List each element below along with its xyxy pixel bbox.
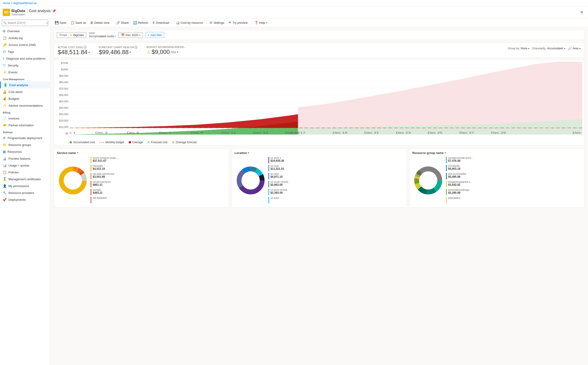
- sidebar-item-label: Resource providers: [8, 191, 34, 195]
- forecast-cost-value[interactable]: $99,486.88 ▾: [99, 49, 137, 56]
- events-icon: ⚡: [3, 70, 7, 74]
- legend-value: $3,541.99: [93, 175, 114, 178]
- resource-providers-icon: 🔧: [3, 191, 7, 195]
- share-button[interactable]: 🔗 Share: [114, 20, 131, 26]
- donut-card-title-service[interactable]: Service name ▾: [57, 151, 226, 155]
- save-button[interactable]: 💾 Save: [53, 20, 68, 26]
- usage-icon: 📊: [3, 163, 7, 167]
- budget-line-indicator: [100, 142, 104, 142]
- y-axis: $110K $100K $90,000 $80,000 $70,000 $60,…: [56, 62, 70, 139]
- sidebar-scroll: ⊞ Overview 📋 Activity log 🔑 Access contr…: [0, 28, 50, 365]
- svg-text:Dec 25: Dec 25: [428, 132, 442, 134]
- sidebar-item-label: Security: [8, 64, 19, 67]
- sidebar-item-deployments[interactable]: 🚀 Deployments: [0, 196, 50, 203]
- add-filter-label: Add filter: [150, 33, 162, 37]
- chart-type-control[interactable]: 📈 Area ▾: [568, 47, 581, 50]
- sidebar-item-resource-groups[interactable]: 📁 Resource groups: [0, 141, 50, 148]
- title-divider: |: [27, 9, 27, 13]
- forecast-cost-label: FORECAST: CHART VIEW ON ℹ: [99, 46, 137, 49]
- sidebar-item-invoices[interactable]: 📄 Invoices: [0, 115, 50, 122]
- sidebar-item-tags[interactable]: 🏷 Tags: [0, 48, 50, 55]
- sidebar-item-events[interactable]: ⚡ Events: [0, 69, 50, 76]
- cost-by-resource-button[interactable]: 📊 Cost by resource: [174, 20, 205, 26]
- info-icon[interactable]: ℹ: [83, 46, 87, 49]
- date-selector[interactable]: 📅 Dec 2020 ▾: [118, 32, 143, 38]
- sidebar-item-overview[interactable]: ⊞ Overview: [0, 28, 50, 35]
- tags-icon: 🏷: [3, 50, 6, 53]
- main-layout: 🔍 « ⊞ Overview 📋 Activity log 🔑 Access c…: [0, 18, 588, 365]
- sidebar-item-partner-info[interactable]: 🤝 Partner information: [0, 122, 50, 129]
- help-button[interactable]: ❓ Help ▾: [253, 20, 269, 26]
- budget-cost-label: BUDGET: AZUREDATAUXDESIG...: [147, 46, 186, 49]
- y-label: $10,000: [56, 126, 70, 128]
- sidebar-item-activity-log[interactable]: 📋 Activity log: [0, 35, 50, 41]
- sidebar-item-cost-analysis[interactable]: 💲 Cost analysis: [0, 82, 50, 88]
- sidebar-item-cost-alerts[interactable]: 🔔 Cost alerts: [0, 88, 50, 95]
- search-input[interactable]: [2, 20, 48, 26]
- sidebar-item-diagnose[interactable]: ⚕ Diagnose and solve problems: [0, 55, 50, 62]
- svg-text:Dec 31: Dec 31: [573, 132, 582, 134]
- donut-card-title-location[interactable]: Location ▾: [235, 151, 404, 155]
- sidebar-item-policies[interactable]: 📋 Policies: [0, 169, 50, 176]
- sidebar-item-programmatic[interactable]: ⚙ Programmatic deployment: [0, 134, 50, 141]
- svg-text:Dec 29: Dec 29: [491, 132, 506, 134]
- y-label: $100K: [56, 68, 70, 71]
- breadcrumb-home[interactable]: Home: [3, 2, 10, 5]
- y-label: $70,000: [56, 87, 70, 90]
- overage-forecast-dot: [172, 141, 174, 143]
- actual-cost-value[interactable]: $48,511.84 ▾: [58, 49, 90, 56]
- settings-button[interactable]: ⚙ Settings: [208, 20, 226, 26]
- y-label: $110K: [56, 62, 70, 64]
- group-by-control[interactable]: Group by: None ▾: [508, 47, 529, 50]
- sidebar-item-usage-quotas[interactable]: 📊 Usage + quotas: [0, 162, 50, 169]
- refresh-button[interactable]: 🔄 Refresh: [131, 20, 150, 26]
- save-as-button[interactable]: 📋 Save as: [69, 20, 88, 26]
- donut-legend-item: us west: [268, 197, 404, 203]
- actual-chevron-icon: ▾: [88, 51, 90, 54]
- sidebar-item-preview-features[interactable]: 🔬 Preview features: [0, 155, 50, 162]
- group-by-chevron-icon: ▾: [528, 47, 529, 50]
- donut-legend-item: 2019iqnite$5,903.18: [446, 164, 581, 171]
- delete-view-button[interactable]: 🗑 Delete view: [88, 20, 111, 26]
- sidebar-item-security[interactable]: 🛡 Security: [0, 62, 50, 69]
- sidebar-item-mgmt-certs[interactable]: 🏅 Management certificates: [0, 176, 50, 182]
- toolbar-divider-4: [251, 20, 251, 25]
- view-label: VIEW: [89, 32, 116, 35]
- chart-container: $110K $100K $90,000 $80,000 $70,000 $60,…: [54, 60, 584, 146]
- scope-selector[interactable]: Scope : ★ BigData: [57, 32, 86, 38]
- donut-card-location: Location ▾: [232, 148, 407, 207]
- granularity-control[interactable]: Granularity: Accumulated ▾: [532, 47, 565, 50]
- budget-unit: /mo: [171, 50, 176, 54]
- forecast-info-icon[interactable]: ℹ: [134, 46, 137, 49]
- pin-icon[interactable]: 📌: [52, 9, 56, 13]
- legend-label: Accumulated cost: [73, 141, 95, 144]
- preview-icon: 👁: [228, 21, 232, 24]
- breadcrumb-current[interactable]: BigDataPMInternal: [14, 2, 36, 5]
- donut-legend-item: us west central$2,393.59: [268, 189, 404, 195]
- sidebar-item-resources[interactable]: ▦ Resources: [0, 148, 50, 155]
- download-button[interactable]: ⬇ Download: [150, 20, 171, 26]
- sidebar-item-label: Invoices: [8, 117, 19, 120]
- sidebar-item-label: Programmatic deployment: [7, 136, 42, 140]
- close-button[interactable]: ✕: [578, 9, 585, 16]
- sidebar-item-label: Events: [8, 70, 18, 74]
- sidebar-item-my-permissions[interactable]: 👤 My permissions: [0, 182, 50, 189]
- service-chevron-icon: ▾: [77, 152, 78, 154]
- sidebar-item-budgets[interactable]: 💰 Budgets: [0, 95, 50, 102]
- budget-cost-value[interactable]: ⚠ $9,000 /mo ▾: [147, 49, 186, 56]
- donut-legend-item: azuredatauxdesign$3,290.89: [446, 189, 581, 195]
- sidebar-item-access-control[interactable]: 🔑 Access control (IAM): [0, 41, 50, 48]
- sidebar-item-label: Access control (IAM): [8, 43, 36, 47]
- try-preview-button[interactable]: 👁 Try preview: [226, 20, 249, 26]
- collapse-icon[interactable]: «: [46, 21, 48, 24]
- search-icon: 🔍: [3, 21, 7, 24]
- page-title: Cost analysis: [29, 9, 51, 13]
- sidebar-item-resource-providers[interactable]: 🔧 Resource providers: [0, 189, 50, 196]
- sidebar-item-advisor[interactable]: ✨ Advisor recommendations: [0, 102, 50, 109]
- legend-bar: [91, 197, 91, 203]
- add-filter-button[interactable]: + Add filter: [146, 32, 164, 38]
- sidebar-item-label: Overview: [7, 29, 20, 33]
- view-selector[interactable]: VIEW Accumulated costs ▾: [89, 32, 116, 38]
- donut-card-title-rg[interactable]: Resource group name ▾: [412, 151, 581, 155]
- download-icon: ⬇: [152, 21, 155, 24]
